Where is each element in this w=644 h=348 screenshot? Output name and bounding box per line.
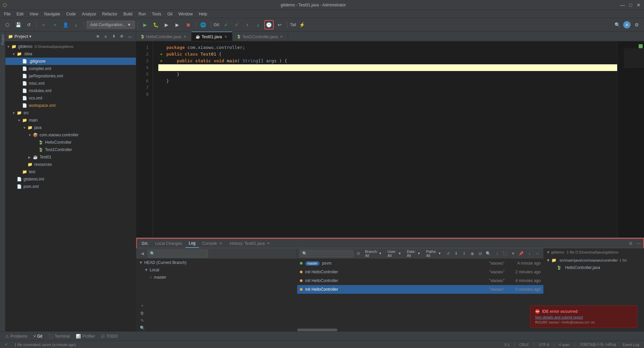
tree-gitdemo-iml[interactable]: 📄 gitdemo.iml xyxy=(5,176,136,183)
toolbar-git-check2-btn[interactable]: ✓ xyxy=(232,20,241,29)
toolbar-git-push-btn[interactable]: ↑ xyxy=(243,20,252,29)
menu-code[interactable]: Code xyxy=(63,11,78,17)
menu-window[interactable]: Window xyxy=(176,11,196,17)
toolbar-git-revert-btn[interactable]: ↩ xyxy=(275,20,284,29)
toolbar-git-history-btn[interactable]: 🕐 xyxy=(264,20,274,29)
problems-tab[interactable]: ⚠ Problems xyxy=(3,333,30,339)
git-maximize-btn[interactable]: ↔ xyxy=(534,250,541,257)
profiler-tab[interactable]: 📊 Profiler xyxy=(73,333,98,339)
git-branch-filter[interactable]: Branch: All ▾ xyxy=(363,249,383,258)
git-select-btn[interactable]: ↕ xyxy=(494,250,500,257)
toolbar-settings-btn[interactable]: ⚙ xyxy=(632,20,641,29)
bottom-tab-history[interactable]: History: Test01.java ✕ xyxy=(226,239,274,248)
status-encoding[interactable]: UTF-8 xyxy=(537,343,551,347)
tree-pom-xml[interactable]: 📄 pom.xml xyxy=(5,183,136,190)
git-commit-row-1[interactable]: master psvm "xiaowu" A minute ago xyxy=(297,259,543,268)
git-bottom-tab[interactable]: ⑂ Git xyxy=(31,333,45,339)
tab-test01-close[interactable]: ✕ xyxy=(223,34,228,39)
git-left-search-btn[interactable]: 🔍 xyxy=(139,325,146,331)
tree-test1controller[interactable]: 🍃 Test1Controller xyxy=(5,146,136,153)
git-log-search[interactable] xyxy=(300,250,354,257)
status-position[interactable]: 5:1 xyxy=(502,343,512,347)
toolbar-translate-btn[interactable]: ⚡ xyxy=(298,20,307,29)
menu-help[interactable]: Help xyxy=(196,11,210,17)
history-close-btn[interactable]: ✕ xyxy=(266,241,271,246)
tree-modules-xml[interactable]: 📄 modules.xml xyxy=(5,87,136,94)
status-spaces[interactable]: 4 spac xyxy=(557,343,572,347)
menu-analyze[interactable]: Analyze xyxy=(79,11,99,17)
tab-hello-controller[interactable]: 🍃 HelloController.java ✕ xyxy=(136,31,192,41)
toolbar-sync-btn[interactable]: ↺ xyxy=(24,20,34,29)
git-left-back-btn[interactable]: ◀ xyxy=(139,250,146,257)
toolbar-coverage-btn[interactable]: ▶ xyxy=(173,20,182,29)
minimize-button[interactable]: — xyxy=(620,2,625,8)
toolbar-avatar-btn[interactable]: A xyxy=(623,21,631,28)
git-fetch-btn[interactable]: ⬇ xyxy=(453,250,460,257)
tree-gitignore[interactable]: 📄 .gitignore xyxy=(5,58,136,65)
project-collapse-btn[interactable]: ≡ xyxy=(102,33,109,40)
git-user-filter[interactable]: User: All ▾ xyxy=(385,249,403,258)
maximize-button[interactable]: □ xyxy=(628,2,633,8)
git-pin-btn[interactable]: 📌 xyxy=(518,250,525,257)
toolbar-nav-btn[interactable]: 👤 xyxy=(61,20,70,29)
git-commit-row-3[interactable]: init HelloController "xiaowu" 4 minutes … xyxy=(297,276,543,285)
git-log-settings-btn[interactable]: ⚙ xyxy=(356,250,361,257)
git-left-add-btn[interactable]: + xyxy=(139,302,146,309)
project-gear-btn[interactable]: ⚙ xyxy=(118,33,125,40)
tree-jar-xml[interactable]: 📄 jarRepositories.xml xyxy=(5,72,136,80)
tree-src-folder[interactable]: ▼ 📁 src xyxy=(5,109,136,117)
bottom-tab-local-changes[interactable]: Local Changes xyxy=(152,239,185,248)
toolbar-run-btn[interactable]: ▶ xyxy=(141,20,150,29)
tree-test01[interactable]: ▶ ☕ Test01 xyxy=(5,153,136,161)
git-highlight-btn[interactable]: ◉ xyxy=(469,250,476,257)
git-commit-row-2[interactable]: init HelloController "xiaowu" 2 minutes … xyxy=(297,268,543,276)
git-head-item[interactable]: ▼ HEAD (Current Branch) xyxy=(136,259,297,266)
git-filter2-btn[interactable]: ▼ xyxy=(510,250,517,257)
tree-test-folder[interactable]: 📁 test xyxy=(5,168,136,176)
menu-run[interactable]: Run xyxy=(136,11,149,17)
project-scroll-btn[interactable]: ⬇ xyxy=(110,33,117,40)
git-graph-btn[interactable]: ⬛ xyxy=(502,250,508,257)
tree-vcs-xml[interactable]: 📄 vcs.xml xyxy=(5,94,136,102)
menu-git[interactable]: Git xyxy=(165,11,175,17)
tree-controller-folder[interactable]: ▼ 📦 com.xiaowu.controller xyxy=(5,131,136,139)
menu-build[interactable]: Build xyxy=(121,11,135,17)
bottom-tab-console[interactable]: Console ✕ xyxy=(199,239,226,248)
menu-navigate[interactable]: Navigate xyxy=(42,11,63,17)
git-search2-btn[interactable]: 🔍 xyxy=(485,250,492,257)
toolbar-add-config-btn[interactable]: Add Configuration... ▼ xyxy=(87,21,135,29)
tree-misc-xml[interactable]: 📄 misc.xml xyxy=(5,80,136,87)
tree-resources-folder[interactable]: 📁 resources xyxy=(5,161,136,168)
toolbar-back-btn[interactable]: ← xyxy=(39,20,49,29)
sidebar-icon-project[interactable]: Project xyxy=(0,36,6,43)
menu-view[interactable]: View xyxy=(27,11,41,17)
git-diff-btn[interactable]: ⊞ xyxy=(477,250,484,257)
toolbar-save-btn[interactable]: 💾 xyxy=(13,20,23,29)
tree-workspace-xml[interactable]: 📄 workspace.xml xyxy=(5,102,136,109)
tree-compiler-xml[interactable]: 📄 compiler.xml xyxy=(5,65,136,72)
git-tree-search[interactable] xyxy=(148,250,208,258)
git-left-del-btn[interactable]: 🗑 xyxy=(139,310,146,317)
tab-test1-close[interactable]: ✕ xyxy=(279,34,284,39)
toolbar-git-check-btn[interactable]: ✓ xyxy=(221,20,231,29)
status-commit-msg[interactable]: 1 file committed: psvm (a minute ago) xyxy=(12,343,78,347)
toolbar-search-btn[interactable]: 🔍 xyxy=(612,20,622,29)
terminal-tab[interactable]: ⬛ Terminal xyxy=(46,333,72,339)
menu-edit[interactable]: Edit xyxy=(14,11,26,17)
toolbar-forward-btn[interactable]: → xyxy=(50,20,59,29)
toolbar-stop-btn[interactable]: ⏹ xyxy=(183,20,193,29)
git-refresh-btn[interactable]: ↺ xyxy=(445,250,451,257)
toolbar-nav-btn2[interactable]: ↓ xyxy=(71,20,81,29)
toolbar-debug-btn[interactable]: 🐛 xyxy=(151,20,161,29)
toolbar-globe-btn[interactable]: 🌐 xyxy=(199,20,208,29)
bottom-tab-log[interactable]: Log xyxy=(185,239,199,248)
menu-file[interactable]: File xyxy=(1,11,13,17)
git-paths-filter[interactable]: Paths: All ▾ xyxy=(424,249,443,258)
git-master-item[interactable]: ⑂ master xyxy=(136,274,297,281)
bottom-gear-btn[interactable]: ⚙ xyxy=(627,240,634,247)
status-event-log[interactable]: Event Log xyxy=(621,343,641,347)
console-close-btn[interactable]: ✕ xyxy=(218,241,223,246)
project-scope-btn[interactable]: ⊕ xyxy=(94,33,101,40)
close-button[interactable]: ✕ xyxy=(636,2,641,8)
bottom-hide-btn[interactable]: — xyxy=(635,240,642,247)
